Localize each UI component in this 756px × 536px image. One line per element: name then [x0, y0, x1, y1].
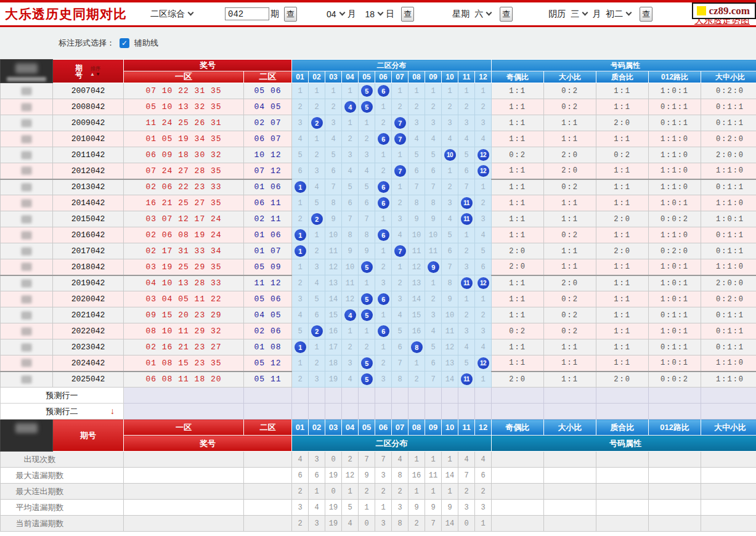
prediction-attr-cell[interactable] — [701, 388, 756, 404]
dist-cell: 2 — [375, 355, 392, 372]
attr-cell: 1:1 — [596, 179, 649, 195]
dist-cell: 15 — [325, 307, 342, 323]
sort-asc-icon[interactable]: ▲ — [90, 71, 96, 77]
prediction-attr-cell[interactable] — [596, 404, 649, 420]
dist-cell: 14 — [442, 372, 458, 388]
stats-attr-empty — [544, 516, 596, 532]
stats-value-cell: 19 — [325, 516, 342, 532]
lunar-month-select[interactable]: 三 — [571, 9, 587, 20]
prediction-dist-cell[interactable] — [442, 404, 458, 420]
prediction-attr-cell[interactable] — [596, 388, 649, 404]
month-select[interactable]: 04 — [327, 9, 344, 19]
dist-cell: 8 — [408, 339, 425, 355]
prediction-zone1-cell[interactable] — [124, 404, 244, 420]
zone1-numbers: 01 08 15 23 35 — [124, 355, 244, 372]
prediction-attr-cell[interactable] — [492, 404, 544, 420]
prediction-dist-cell[interactable] — [342, 404, 359, 420]
prediction-dist-cell[interactable] — [408, 388, 425, 404]
prediction-attr-cell[interactable] — [492, 388, 544, 404]
prediction-attr-cell[interactable] — [701, 404, 756, 420]
ball-col-header-09: 09 — [425, 71, 442, 83]
prediction-dist-cell[interactable] — [442, 388, 458, 404]
site-logo[interactable]: cz89.com — [692, 2, 756, 19]
lunar-query-button[interactable]: 查 — [640, 7, 652, 22]
prediction-zone2-cell[interactable] — [244, 388, 292, 404]
blurred-thumb — [22, 231, 32, 239]
dist-cell: 3 — [458, 259, 475, 275]
attr-cell: 1:1 — [596, 275, 649, 291]
prediction-dist-cell[interactable] — [425, 388, 442, 404]
prediction-dist-cell[interactable] — [458, 388, 475, 404]
stats-label: 出现次数 — [1, 452, 124, 468]
prediction-dist-cell[interactable] — [458, 404, 475, 420]
issue-input[interactable] — [225, 7, 269, 20]
dist-cell: 10 — [325, 227, 342, 243]
issue-column-header[interactable]: 期号排序▲▼ — [53, 60, 124, 83]
prediction-dist-cell[interactable] — [359, 388, 375, 404]
stats-row: 最大连出期数210122211122 — [1, 484, 756, 500]
dist-cell: 4 — [359, 163, 375, 179]
dist-cell: 7 — [392, 243, 408, 259]
footer-zone2-header: 二区 — [244, 420, 292, 436]
prediction-dist-cell[interactable] — [475, 404, 492, 420]
prediction-dist-cell[interactable] — [475, 388, 492, 404]
dist-cell: 19 — [325, 372, 342, 388]
prediction-row-label[interactable]: 预测行一 — [1, 388, 124, 404]
dist-cell: 15 — [408, 307, 425, 323]
hit-ball-number: 5 — [361, 293, 373, 305]
prediction-attr-cell[interactable] — [649, 404, 701, 420]
dist-cell: 3 — [342, 355, 359, 372]
dist-cell: 13 — [442, 355, 458, 372]
footer-ball-col-header-03: 03 — [325, 420, 342, 436]
ball-col-header-04: 04 — [342, 71, 359, 83]
blurred-logo — [15, 423, 38, 433]
sort-arrows[interactable]: ▲▼ — [90, 71, 101, 77]
attr-cell: 1:1 — [544, 243, 596, 259]
issue-query-button[interactable]: 查 — [284, 7, 297, 22]
day-select[interactable]: 18 — [365, 9, 383, 19]
stats-value-cell: 16 — [408, 468, 425, 484]
prediction-dist-cell[interactable] — [392, 404, 408, 420]
mark-form-label: 标注形式选择： — [59, 38, 115, 49]
prediction-dist-cell[interactable] — [375, 404, 392, 420]
lunar-day-select[interactable]: 初二 — [606, 9, 631, 20]
zone1-numbers: 09 15 20 23 29 — [124, 307, 244, 323]
red-down-arrow-icon[interactable]: ↓ — [110, 406, 115, 416]
prediction-dist-cell[interactable] — [325, 404, 342, 420]
footer-ball-col-header-04: 04 — [342, 420, 359, 436]
prediction-dist-cell[interactable] — [408, 404, 425, 420]
issue-cell: 2007042 — [53, 83, 124, 99]
prediction-dist-cell[interactable] — [292, 388, 309, 404]
prediction-dist-cell[interactable] — [375, 388, 392, 404]
dist-cell: 2 — [359, 131, 375, 147]
aux-line-checkbox[interactable]: ✓ — [120, 38, 129, 48]
attr-cell: 2:0 — [492, 243, 544, 259]
prediction-attr-cell[interactable] — [649, 388, 701, 404]
week-query-button[interactable]: 查 — [500, 7, 513, 22]
prediction-attr-cell[interactable] — [544, 404, 596, 420]
prediction-row-label[interactable]: 预测行二↓ — [1, 404, 124, 420]
prediction-dist-cell[interactable] — [325, 388, 342, 404]
hit-ball-number: 5 — [361, 309, 373, 321]
attr-cell: 1:1 — [596, 355, 649, 372]
week-select[interactable]: 六 — [474, 9, 491, 20]
dist-cell: 4 — [408, 131, 425, 147]
dist-cell: 11 — [342, 275, 359, 291]
prediction-dist-cell[interactable] — [309, 404, 325, 420]
prediction-dist-cell[interactable] — [342, 388, 359, 404]
prediction-dist-cell[interactable] — [292, 404, 309, 420]
prediction-zone2-cell[interactable] — [244, 404, 292, 420]
prediction-dist-cell[interactable] — [359, 404, 375, 420]
prediction-dist-cell[interactable] — [392, 388, 408, 404]
date-query-button[interactable]: 查 — [401, 7, 414, 22]
mode-select[interactable]: 二区综合 — [150, 9, 193, 20]
hit-ball-number: 7 — [394, 165, 406, 177]
dist-cell: 4 — [425, 323, 442, 339]
prediction-dist-cell[interactable] — [309, 388, 325, 404]
prediction-attr-cell[interactable] — [544, 388, 596, 404]
prediction-dist-cell[interactable] — [425, 404, 442, 420]
sort-desc-icon[interactable]: ▼ — [96, 71, 101, 77]
sort-control[interactable]: 排序▲▼ — [90, 66, 101, 77]
blurred-logo — [7, 77, 46, 81]
prediction-zone1-cell[interactable] — [124, 388, 244, 404]
